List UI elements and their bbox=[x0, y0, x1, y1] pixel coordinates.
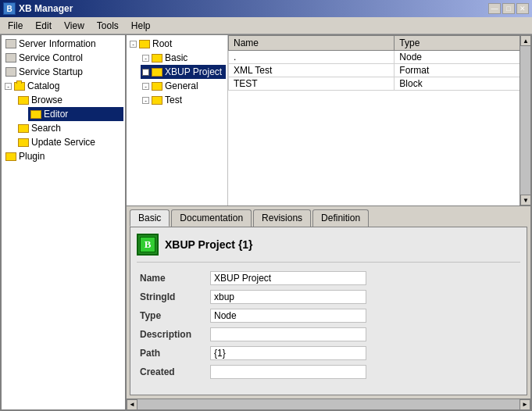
tree-item-root[interactable]: - Root bbox=[128, 37, 226, 51]
table-row[interactable]: . Node bbox=[229, 51, 530, 64]
sidebar-label-update-service: Update Service bbox=[31, 137, 95, 148]
field-row-created: Created bbox=[137, 363, 520, 381]
editor-folder-icon bbox=[30, 108, 42, 120]
service-control-icon bbox=[5, 52, 17, 64]
sidebar-label-plugin: Plugin bbox=[19, 151, 45, 162]
menu-help[interactable]: Help bbox=[125, 19, 157, 33]
menu-view[interactable]: View bbox=[58, 19, 91, 33]
xbup-folder-icon bbox=[151, 66, 163, 78]
expand-general[interactable]: - bbox=[142, 83, 149, 90]
close-button[interactable]: ✕ bbox=[516, 3, 529, 14]
plugin-folder-icon bbox=[5, 150, 17, 163]
scroll-up-btn[interactable]: ▲ bbox=[520, 35, 530, 46]
title-bar: B XB Manager — □ ✕ bbox=[0, 0, 532, 17]
right-panel: - Root - Basic + bbox=[127, 35, 530, 409]
field-label-name: Name bbox=[137, 269, 207, 288]
sidebar-label-editor: Editor bbox=[44, 109, 68, 120]
hscroll-track bbox=[137, 399, 520, 409]
update-service-folder-icon bbox=[17, 136, 30, 148]
tree-item-basic[interactable]: - Basic bbox=[141, 51, 226, 65]
field-value-created bbox=[210, 365, 366, 379]
tab-documentation[interactable]: Documentation bbox=[171, 209, 252, 227]
sidebar-item-service-startup[interactable]: Service Startup bbox=[3, 65, 123, 79]
expand-root[interactable]: - bbox=[130, 41, 137, 48]
field-label-type: Type bbox=[137, 306, 207, 325]
tree-label-basic: Basic bbox=[165, 52, 187, 63]
service-startup-icon bbox=[5, 66, 17, 78]
sidebar-label-server-information: Server Information bbox=[19, 38, 96, 49]
sidebar-item-update-service[interactable]: Update Service bbox=[16, 135, 123, 149]
left-panel: Server Information Service Control Servi… bbox=[2, 35, 127, 409]
expand-catalog[interactable]: - bbox=[5, 83, 12, 90]
hscroll-right-btn[interactable]: ► bbox=[520, 399, 530, 410]
cell-name-1: XML Test bbox=[229, 64, 395, 77]
search-folder-icon bbox=[17, 122, 30, 134]
tree-label-general: General bbox=[165, 80, 198, 91]
field-value-description bbox=[210, 327, 366, 341]
sidebar-label-search: Search bbox=[31, 123, 61, 134]
field-value-type: Node bbox=[210, 309, 366, 323]
field-label-stringid: StringId bbox=[137, 288, 207, 306]
tree-label-test: Test bbox=[165, 95, 182, 105]
menu-edit[interactable]: Edit bbox=[29, 19, 58, 33]
field-value-path: {1} bbox=[210, 346, 366, 360]
expand-test[interactable]: - bbox=[142, 97, 149, 104]
expand-xbup[interactable]: + bbox=[142, 69, 149, 76]
tab-revisions[interactable]: Revisions bbox=[253, 209, 311, 227]
field-label-created: Created bbox=[137, 363, 207, 381]
basic-folder-icon bbox=[151, 52, 163, 64]
sidebar-label-service-control: Service Control bbox=[19, 52, 83, 63]
hscroll-left-btn[interactable]: ◄ bbox=[127, 399, 137, 410]
test-folder-icon bbox=[151, 94, 163, 106]
sidebar-label-catalog: Catalog bbox=[27, 80, 59, 91]
minimize-button[interactable]: — bbox=[488, 3, 501, 14]
col-header-type: Type bbox=[395, 36, 530, 51]
cell-name-2: TEST bbox=[229, 77, 395, 91]
sidebar-item-search[interactable]: Search bbox=[16, 121, 123, 135]
field-row-path: Path {1} bbox=[137, 344, 520, 363]
main-area: Server Information Service Control Servi… bbox=[0, 34, 532, 411]
field-row-type: Type Node bbox=[137, 306, 520, 325]
sidebar-item-browse[interactable]: Browse bbox=[16, 93, 123, 107]
sidebar-item-catalog[interactable]: - Catalog bbox=[3, 79, 123, 93]
tab-basic[interactable]: Basic bbox=[130, 209, 170, 227]
col-header-name: Name bbox=[229, 36, 395, 51]
bottom-panel: Basic Documentation Revisions Definition… bbox=[127, 206, 530, 409]
icon-inner: B bbox=[140, 237, 155, 252]
menu-file[interactable]: File bbox=[2, 19, 29, 33]
sidebar-label-browse: Browse bbox=[31, 95, 62, 105]
cell-type-2: Block bbox=[395, 77, 530, 91]
expand-basic[interactable]: - bbox=[142, 55, 149, 62]
catalog-folder-icon bbox=[13, 80, 26, 92]
field-value-stringid: xbup bbox=[210, 290, 366, 304]
detail-title: XBUP Project {1} bbox=[165, 238, 253, 251]
sidebar-item-service-control[interactable]: Service Control bbox=[3, 51, 123, 65]
sidebar-item-server-information[interactable]: Server Information bbox=[3, 37, 123, 51]
cell-type-1: Format bbox=[395, 64, 530, 77]
tree-item-test[interactable]: - Test bbox=[141, 93, 226, 107]
field-row-stringid: StringId xbup bbox=[137, 288, 520, 306]
field-label-path: Path bbox=[137, 344, 207, 363]
tree-item-general[interactable]: - General bbox=[141, 79, 226, 93]
bottom-scrollbar: ◄ ► bbox=[127, 398, 530, 409]
menu-bar: File Edit View Tools Help bbox=[0, 17, 532, 34]
table-row[interactable]: TEST Block bbox=[229, 77, 530, 91]
general-folder-icon bbox=[151, 80, 163, 92]
cell-name-0: . bbox=[229, 51, 395, 64]
b-letter-icon: B bbox=[145, 238, 152, 251]
vertical-scrollbar[interactable]: ▲ ▼ bbox=[520, 35, 530, 206]
field-label-description: Description bbox=[137, 325, 207, 344]
sidebar-item-plugin[interactable]: Plugin bbox=[3, 149, 123, 163]
sidebar-item-editor[interactable]: Editor bbox=[28, 107, 123, 121]
project-icon: B bbox=[137, 234, 159, 256]
tab-definition[interactable]: Definition bbox=[312, 209, 369, 227]
menu-tools[interactable]: Tools bbox=[91, 19, 125, 33]
field-row-description: Description bbox=[137, 325, 520, 344]
table-row[interactable]: XML Test Format bbox=[229, 64, 530, 77]
server-icon bbox=[5, 38, 17, 50]
maximize-button[interactable]: □ bbox=[502, 3, 515, 14]
cell-type-0: Node bbox=[395, 51, 530, 64]
tree-item-xbup[interactable]: + XBUP Project bbox=[141, 65, 226, 79]
app-icon: B bbox=[3, 2, 16, 15]
scroll-down-btn[interactable]: ▼ bbox=[520, 195, 530, 206]
